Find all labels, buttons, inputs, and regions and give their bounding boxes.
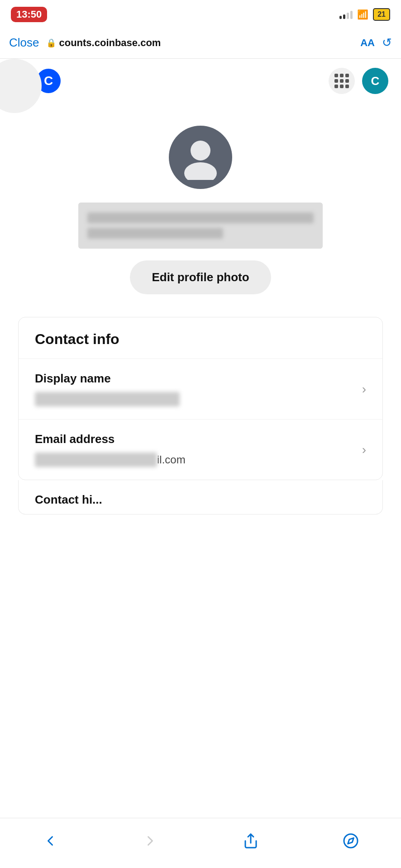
battery-icon: 21 [373, 8, 390, 21]
wifi-icon: 📶 [357, 9, 368, 20]
bottom-navigation-bar [0, 818, 401, 868]
browser-bar: Close 🔒 counts.coinbase.com AA ↺ [0, 27, 401, 59]
email-address-label: Email address [35, 432, 355, 446]
email-address-value-blurred [35, 453, 157, 467]
main-content: Edit profile photo Contact info Display … [0, 103, 401, 569]
user-avatar[interactable]: C [362, 68, 388, 94]
status-icons: 📶 21 [339, 8, 390, 21]
svg-text:C: C [44, 74, 53, 88]
signal-bars-icon [339, 10, 353, 19]
partial-section: Contact hi... [18, 480, 383, 514]
status-bar: 13:50 📶 21 [0, 0, 401, 27]
svg-marker-6 [348, 838, 354, 844]
share-button[interactable] [237, 827, 264, 854]
display-name-content: Display name [35, 372, 355, 406]
svg-point-3 [184, 162, 217, 180]
email-address-field[interactable]: Email address il.com › [19, 420, 382, 480]
reload-button[interactable]: ↺ [382, 36, 392, 50]
profile-avatar-icon [178, 135, 223, 180]
blurred-line-2 [87, 228, 223, 239]
svg-point-2 [191, 141, 210, 160]
apps-grid-icon [334, 74, 349, 88]
display-name-chevron-icon: › [362, 382, 366, 396]
header-right: C [329, 68, 388, 94]
compass-button[interactable] [337, 827, 364, 854]
contact-card-header: Contact info [19, 317, 382, 359]
coinbase-header: C C [0, 59, 401, 103]
email-address-value-container: il.com [35, 453, 355, 467]
status-time: 13:50 [11, 7, 47, 22]
svg-point-5 [344, 834, 358, 848]
blurred-line-1 [87, 212, 314, 223]
text-size-button[interactable]: AA [360, 37, 375, 49]
contact-info-title: Contact info [35, 331, 366, 348]
profile-avatar-container [169, 126, 232, 189]
email-address-suffix: il.com [157, 453, 186, 466]
url-text: counts.coinbase.com [59, 37, 161, 49]
apps-button[interactable] [329, 68, 355, 94]
display-name-value-blurred [35, 392, 180, 406]
email-address-chevron-icon: › [362, 443, 366, 457]
profile-section: Edit profile photo [0, 112, 401, 303]
back-button[interactable] [37, 827, 64, 854]
browser-url-bar[interactable]: 🔒 counts.coinbase.com [46, 37, 353, 49]
display-name-field[interactable]: Display name › [19, 359, 382, 420]
partial-field: Contact hi... [19, 480, 382, 514]
contact-info-card: Contact info Display name › Email addres… [18, 317, 383, 480]
forward-button[interactable] [137, 827, 164, 854]
lock-icon: 🔒 [46, 38, 56, 48]
blurred-name-block [78, 203, 323, 249]
display-name-value-container [35, 392, 355, 406]
partial-field-label: Contact hi... [35, 493, 366, 507]
edit-profile-photo-button[interactable]: Edit profile photo [130, 260, 271, 294]
email-address-content: Email address il.com [35, 432, 355, 467]
display-name-label: Display name [35, 372, 355, 386]
close-button[interactable]: Close [9, 36, 39, 50]
